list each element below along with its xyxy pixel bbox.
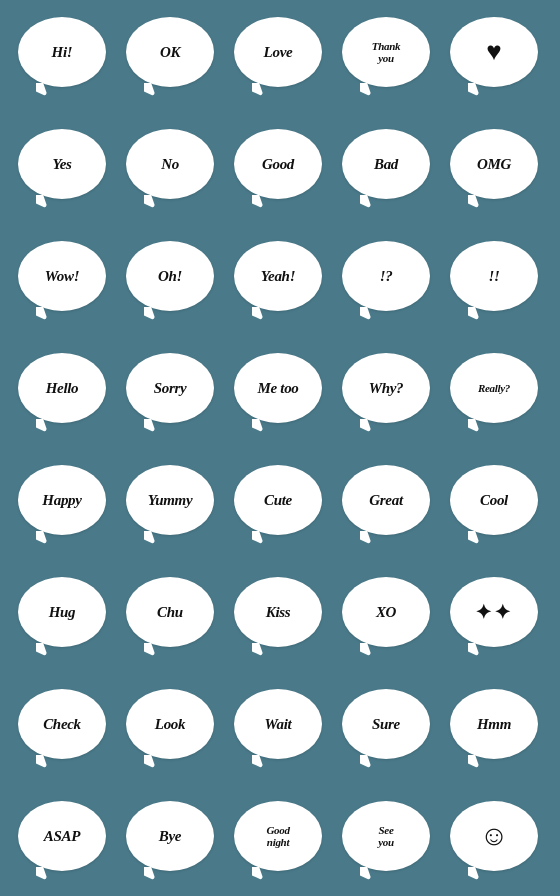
- bubble-seeyou[interactable]: Seeyou: [336, 786, 436, 886]
- bubble-cute[interactable]: Cute: [228, 450, 328, 550]
- bubble-interrobang[interactable]: !?: [336, 226, 436, 326]
- bubble-text-great: Great: [369, 492, 403, 509]
- bubble-text-hi: Hi!: [52, 44, 73, 61]
- bubble-oh[interactable]: Oh!: [120, 226, 220, 326]
- bubble-why[interactable]: Why?: [336, 338, 436, 438]
- bubble-yeah[interactable]: Yeah!: [228, 226, 328, 326]
- bubble-text-doubleexclaim: !!: [488, 268, 499, 285]
- bubble-text-yes: Yes: [52, 156, 71, 173]
- bubble-text-smiley: ☺: [480, 820, 509, 852]
- bubble-text-hmm: Hmm: [477, 716, 511, 733]
- bubble-text-love: Love: [264, 44, 293, 61]
- bubble-yummy[interactable]: Yummy: [120, 450, 220, 550]
- bubble-chu[interactable]: Chu: [120, 562, 220, 662]
- bubble-happy[interactable]: Happy: [12, 450, 112, 550]
- bubble-no[interactable]: No: [120, 114, 220, 214]
- bubble-text-yummy: Yummy: [148, 492, 193, 509]
- bubble-text-wait: Wait: [265, 716, 292, 733]
- bubble-text-sorry: Sorry: [154, 380, 187, 397]
- bubble-great[interactable]: Great: [336, 450, 436, 550]
- bubble-text-sparkle: ✦✦: [475, 600, 513, 624]
- bubble-really[interactable]: Really?: [444, 338, 544, 438]
- bubble-sure[interactable]: Sure: [336, 674, 436, 774]
- bubble-text-heart: ♥: [486, 37, 501, 67]
- sticker-grid: Hi!OKLoveThankyou♥YesNoGoodBadOMGWow!Oh!…: [4, 0, 556, 896]
- bubble-text-good: Good: [262, 156, 294, 173]
- bubble-good[interactable]: Good: [228, 114, 328, 214]
- bubble-xo[interactable]: XO: [336, 562, 436, 662]
- bubble-text-xo: XO: [376, 604, 396, 621]
- bubble-text-cool: Cool: [480, 492, 508, 509]
- bubble-text-wow: Wow!: [45, 268, 79, 285]
- bubble-hmm[interactable]: Hmm: [444, 674, 544, 774]
- bubble-text-really: Really?: [478, 382, 510, 394]
- bubble-text-metoo: Me too: [257, 380, 298, 397]
- bubble-text-no: No: [161, 156, 179, 173]
- bubble-text-cute: Cute: [264, 492, 292, 509]
- bubble-check[interactable]: Check: [12, 674, 112, 774]
- bubble-text-hello: Hello: [46, 380, 79, 397]
- bubble-text-ok: OK: [160, 44, 180, 61]
- bubble-text-yeah: Yeah!: [261, 268, 295, 285]
- bubble-text-happy: Happy: [42, 492, 81, 509]
- bubble-text-seeyou: Seeyou: [378, 824, 394, 848]
- bubble-wow[interactable]: Wow!: [12, 226, 112, 326]
- bubble-hello[interactable]: Hello: [12, 338, 112, 438]
- bubble-bad[interactable]: Bad: [336, 114, 436, 214]
- bubble-smiley[interactable]: ☺: [444, 786, 544, 886]
- bubble-hi[interactable]: Hi!: [12, 2, 112, 102]
- bubble-text-bye: Bye: [159, 828, 181, 845]
- bubble-text-check: Check: [43, 716, 81, 733]
- bubble-text-asap: ASAP: [44, 828, 80, 845]
- bubble-thankyou[interactable]: Thankyou: [336, 2, 436, 102]
- bubble-hug[interactable]: Hug: [12, 562, 112, 662]
- bubble-asap[interactable]: ASAP: [12, 786, 112, 886]
- bubble-text-interrobang: !?: [380, 268, 393, 285]
- bubble-text-omg: OMG: [477, 156, 511, 173]
- bubble-sparkle[interactable]: ✦✦: [444, 562, 544, 662]
- bubble-heart[interactable]: ♥: [444, 2, 544, 102]
- bubble-cool[interactable]: Cool: [444, 450, 544, 550]
- bubble-text-look: Look: [155, 716, 185, 733]
- bubble-text-bad: Bad: [374, 156, 398, 173]
- bubble-text-kiss: Kiss: [266, 604, 291, 621]
- bubble-text-goodnight: Goodnight: [266, 824, 289, 848]
- bubble-yes[interactable]: Yes: [12, 114, 112, 214]
- bubble-look[interactable]: Look: [120, 674, 220, 774]
- bubble-wait[interactable]: Wait: [228, 674, 328, 774]
- bubble-text-why: Why?: [369, 380, 404, 397]
- bubble-sorry[interactable]: Sorry: [120, 338, 220, 438]
- bubble-text-oh: Oh!: [158, 268, 182, 285]
- bubble-omg[interactable]: OMG: [444, 114, 544, 214]
- bubble-kiss[interactable]: Kiss: [228, 562, 328, 662]
- bubble-bye[interactable]: Bye: [120, 786, 220, 886]
- bubble-text-chu: Chu: [157, 604, 183, 621]
- bubble-love[interactable]: Love: [228, 2, 328, 102]
- bubble-text-thankyou: Thankyou: [372, 40, 400, 64]
- bubble-metoo[interactable]: Me too: [228, 338, 328, 438]
- bubble-text-hug: Hug: [49, 604, 76, 621]
- bubble-text-sure: Sure: [372, 716, 400, 733]
- bubble-doubleexclaim[interactable]: !!: [444, 226, 544, 326]
- bubble-goodnight[interactable]: Goodnight: [228, 786, 328, 886]
- bubble-ok[interactable]: OK: [120, 2, 220, 102]
